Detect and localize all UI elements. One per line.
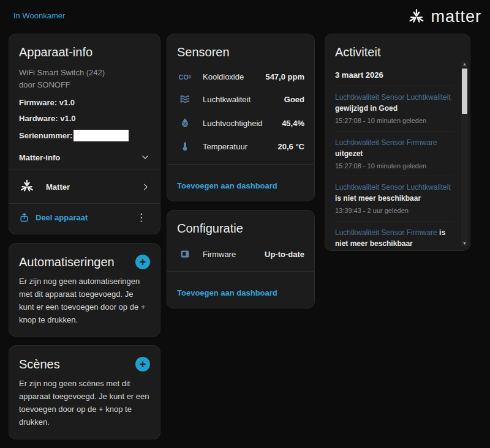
sensor-value: 20,6 °C [277, 142, 304, 151]
divider [167, 164, 314, 165]
chevron-down-icon [140, 152, 150, 162]
matter-info-label: Matter-info [19, 153, 60, 162]
sensor-row-air-quality[interactable]: Luchtkwaliteit Goed [177, 87, 304, 111]
brand-wordmark: matter [431, 7, 481, 26]
log-time: 15:27:08 - 10 minuten geleden [335, 116, 454, 126]
device-manufacturer: door SONOFF [19, 79, 150, 91]
sensors-card: Sensoren CO2 Kooldioxide 547,0 ppm Lucht… [167, 34, 315, 201]
activity-date-header: 3 maart 2026 [335, 67, 454, 86]
matter-brand: matter [407, 7, 481, 26]
device-info-card: Apparaat-info WiFi Smart Switch (242) do… [9, 34, 160, 234]
scroll-up-icon[interactable]: ▲ [462, 61, 467, 67]
activity-title: Activiteit [335, 45, 454, 59]
add-automation-button[interactable]: + [135, 255, 150, 269]
log-action: is niet meer beschikbaar [335, 194, 421, 203]
automations-title: Automatiseringen [19, 255, 115, 269]
add-scene-button[interactable]: + [135, 357, 150, 371]
sensor-label: Temperatuur [203, 142, 268, 151]
matter-integration-row[interactable]: Matter [19, 170, 150, 203]
device-actions-row: Deel apparaat ⋮ [19, 204, 150, 224]
middle-column: Sensoren CO2 Kooldioxide 547,0 ppm Lucht… [167, 34, 315, 308]
sensor-value: Goed [284, 95, 304, 104]
config-label: Firmware [203, 250, 255, 259]
share-icon [19, 212, 29, 223]
chevron-right-icon [141, 182, 150, 192]
scenes-card: Scènes + Er zijn nog geen scènes met dit… [9, 345, 160, 439]
left-column: Apparaat-info WiFi Smart Switch (242) do… [9, 34, 160, 448]
log-action: gewijzigd in Goed [335, 104, 398, 113]
breadcrumb-area-link[interactable]: In Woonkamer [13, 11, 65, 20]
sensor-row-humidity[interactable]: Luchtvochtigheid 45,4% [177, 111, 304, 135]
right-column: Activiteit 3 maart 2026 Luchtkwaliteit S… [325, 34, 470, 251]
config-value: Up-to-date [265, 250, 304, 259]
scroll-track[interactable] [461, 67, 468, 241]
matter-logo-icon [19, 179, 35, 195]
log-time: 13:39:43 - 2 uur geleden [335, 251, 454, 252]
automations-empty-text: Er zijn nog geen automatiseringen met di… [19, 275, 150, 326]
log-time: 15:27:08 - 10 minuten geleden [335, 161, 454, 171]
serial-label: Serienummer: [19, 131, 72, 140]
log-entry: Luchtkwaliteit Sensor Luchtkwaliteit is … [335, 176, 454, 222]
log-action: uitgezet [335, 149, 363, 158]
configuration-title: Configuratie [177, 222, 304, 236]
matter-row-label: Matter [46, 182, 130, 192]
entity-link[interactable]: Luchtkwaliteit Sensor Luchtkwaliteit [335, 93, 451, 102]
firmware-icon [177, 248, 193, 259]
device-info-title: Apparaat-info [19, 45, 150, 59]
activity-scrollbar[interactable]: ▲ ▼ [461, 61, 468, 247]
log-entry: Luchtkwaliteit Sensor Luchtkwaliteit gew… [335, 86, 454, 132]
sensor-label: Luchtkwaliteit [203, 95, 274, 104]
thermometer-icon [177, 140, 193, 152]
activity-card: Activiteit 3 maart 2026 Luchtkwaliteit S… [325, 34, 470, 251]
sensor-row-co2[interactable]: CO2 Kooldioxide 547,0 ppm [177, 67, 304, 87]
add-to-dashboard-link[interactable]: Toevoegen aan dashboard [177, 288, 277, 297]
device-firmware: Firmware: v1.0 [19, 98, 150, 107]
sensor-value: 547,0 ppm [265, 72, 304, 81]
scenes-title: Scènes [19, 357, 60, 371]
co2-icon: CO2 [177, 73, 193, 81]
water-percent-icon [177, 117, 193, 129]
scenes-empty-text: Er zijn nog geen scènes met dit apparaat… [19, 378, 150, 428]
serial-redacted-box [74, 130, 129, 141]
config-row-firmware[interactable]: Firmware Up-to-date [177, 243, 304, 265]
scroll-thumb[interactable] [462, 69, 467, 114]
automations-card: Automatiseringen + Er zijn nog geen auto… [9, 243, 160, 337]
sensor-label: Luchtvochtigheid [203, 119, 272, 128]
scroll-down-icon[interactable]: ▼ [462, 241, 467, 247]
sensors-title: Sensoren [177, 45, 304, 59]
log-entry: Luchtkwaliteit Sensor Firmware is niet m… [335, 222, 454, 252]
log-time: 13:39:43 - 2 uur geleden [335, 206, 454, 216]
sensor-value: 45,4% [282, 119, 304, 128]
sensor-label: Kooldioxide [203, 72, 255, 81]
divider [167, 271, 314, 272]
configuration-card: Configuratie Firmware Up-to-date Toevoeg… [167, 210, 315, 308]
add-to-dashboard-link[interactable]: Toevoegen aan dashboard [177, 181, 277, 190]
kebab-menu-icon[interactable]: ⋮ [132, 212, 150, 223]
matter-logo-icon [407, 8, 426, 26]
sensor-row-temperature[interactable]: Temperatuur 20,6 °C [177, 135, 304, 158]
matter-info-expander[interactable]: Matter-info [19, 152, 150, 170]
device-hardware: Hardware: v1.0 [19, 114, 150, 123]
share-device-button[interactable]: Deel apparaat [36, 213, 126, 222]
entity-link[interactable]: Luchtkwaliteit Sensor Luchtkwaliteit [335, 183, 451, 192]
device-model: WiFi Smart Switch (242) [19, 67, 150, 79]
entity-link[interactable]: Luchtkwaliteit Sensor Firmware [335, 228, 437, 237]
air-filter-icon [177, 92, 193, 106]
entity-link[interactable]: Luchtkwaliteit Sensor Firmware [335, 138, 437, 147]
log-entry: Luchtkwaliteit Sensor Firmware uitgezet … [335, 132, 454, 177]
